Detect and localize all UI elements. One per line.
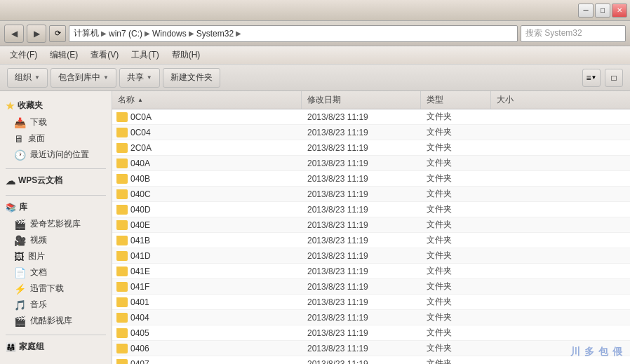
preview-button[interactable]: □ [605,69,623,87]
file-name: 0401 [130,297,149,307]
sidebar-item-iqiyi[interactable]: 🎬 爱奇艺影视库 [0,216,112,232]
file-date-cell: 2013/8/23 11:19 [302,174,421,184]
file-name-cell: 0406 [112,344,302,353]
new-folder-button[interactable]: 新建文件夹 [163,68,220,88]
table-row[interactable]: 040C 2013/8/23 11:19 文件夹 [112,187,630,202]
table-row[interactable]: 0C04 2013/8/23 11:19 文件夹 [112,125,630,140]
menu-view[interactable]: 查看(V) [85,48,124,62]
table-row[interactable]: 041E 2013/8/23 11:19 文件夹 [112,264,630,279]
col-header-name[interactable]: 名称 ▲ [112,91,302,109]
sidebar-divider-1 [6,168,106,169]
menu-tools[interactable]: 工具(T) [126,48,164,62]
folder-icon [116,267,128,276]
sidebar-item-youku[interactable]: 🎬 优酷影视库 [0,313,112,329]
music-icon: 🎵 [14,299,26,311]
sidebar-item-pictures[interactable]: 🖼 图片 [0,248,112,264]
sidebar-library-header[interactable]: 📚 库 [0,198,112,216]
close-button[interactable]: ✕ [612,4,627,18]
file-date-cell: 2013/8/23 11:19 [302,159,421,168]
sidebar: ★ 收藏夹 📥 下载 🖥 桌面 🕐 最近访问的位置 ☁ WPS云文档 [0,91,112,364]
path-item-system32[interactable]: System32 [196,29,234,39]
desktop-icon: 🖥 [14,133,24,144]
library-icon: 📚 [6,203,16,213]
sidebar-item-recent[interactable]: 🕐 最近访问的位置 [0,147,112,163]
col-header-size[interactable]: 大小 [491,91,630,109]
table-row[interactable]: 040D 2013/8/23 11:19 文件夹 [112,202,630,217]
table-row[interactable]: 040E 2013/8/23 11:19 文件夹 [112,217,630,233]
col-header-type[interactable]: 类型 [421,91,491,109]
file-name: 041D [130,251,151,261]
forward-button[interactable]: ▶ [27,25,46,43]
table-row[interactable]: 041F 2013/8/23 11:19 文件夹 [112,279,630,295]
file-date-cell: 2013/8/23 11:19 [302,128,421,137]
sidebar-homegroup-header[interactable]: 👨‍👩‍👧 家庭组 [0,338,112,356]
table-row[interactable]: 040B 2013/8/23 11:19 文件夹 [112,171,630,187]
table-row[interactable]: 040A 2013/8/23 11:19 文件夹 [112,156,630,171]
sidebar-favorites-header[interactable]: ★ 收藏夹 [0,97,112,114]
sidebar-item-music[interactable]: 🎵 音乐 [0,297,112,313]
sidebar-item-thunder[interactable]: ⚡ 迅雷下载 [0,281,112,297]
file-area: 名称 ▲ 修改日期 类型 大小 0C0A 2013/8/23 11:19 文件夹 [112,91,630,364]
include-button[interactable]: 包含到库中 ▼ [51,68,116,88]
sidebar-item-desktop[interactable]: 🖥 桌面 [0,130,112,147]
folder-icon [116,359,128,365]
file-name: 0404 [130,313,149,323]
recent-icon: 🕐 [14,149,26,161]
file-name-cell: 0C0A [112,112,302,122]
table-row[interactable]: 041D 2013/8/23 11:19 文件夹 [112,248,630,264]
back-button[interactable]: ◀ [4,25,24,43]
file-name: 0406 [130,344,149,353]
table-row[interactable]: 0406 2013/8/23 11:19 文件夹 [112,341,630,356]
file-type-cell: 文件夹 [421,342,491,354]
sidebar-library-section: 📚 库 🎬 爱奇艺影视库 🎥 视频 🖼 图片 📄 文档 ⚡ 迅雷下载 [0,198,112,329]
search-box[interactable]: 搜索 System32 [521,25,626,42]
table-row[interactable]: 0401 2013/8/23 11:19 文件夹 [112,295,630,310]
address-path[interactable]: 计算机 ▶ win7 (C:) ▶ Windows ▶ System32 ▶ [69,25,518,42]
file-date-cell: 2013/8/23 11:19 [302,236,421,245]
file-name: 041F [130,282,149,292]
path-separator: ▶ [101,29,107,37]
sidebar-pictures-label: 图片 [28,250,45,262]
table-row[interactable]: 0407 2013/8/23 11:19 文件夹 [112,356,630,364]
file-date-cell: 2013/8/23 11:19 [302,359,421,365]
path-item-drive[interactable]: win7 (C:) [109,29,142,39]
iqiyi-icon: 🎬 [14,219,26,230]
sidebar-library-label: 库 [19,201,27,213]
refresh-button[interactable]: ⟳ [49,25,66,42]
menu-help[interactable]: 帮助(H) [166,48,206,62]
maximize-button[interactable]: □ [595,4,610,18]
sidebar-item-documents[interactable]: 📄 文档 [0,264,112,281]
youku-icon: 🎬 [14,316,26,327]
table-row[interactable]: 0405 2013/8/23 11:19 文件夹 [112,325,630,341]
menu-file[interactable]: 文件(F) [4,48,43,62]
share-button[interactable]: 共享 ▼ [119,68,160,88]
file-name: 041E [130,267,150,276]
documents-icon: 📄 [14,267,26,278]
file-name: 040A [130,159,150,168]
homegroup-icon: 👨‍👩‍👧 [6,342,16,352]
file-type-cell: 文件夹 [421,219,491,231]
file-type-cell: 文件夹 [421,126,491,138]
path-item-windows[interactable]: Windows [152,29,187,39]
folder-icon [116,344,128,353]
table-row[interactable]: 041B 2013/8/23 11:19 文件夹 [112,233,630,248]
table-row[interactable]: 2C0A 2013/8/23 11:19 文件夹 [112,140,630,156]
share-arrow-icon: ▼ [147,74,152,81]
sidebar-homegroup-label: 家庭组 [19,341,44,353]
sort-arrow-icon: ▲ [138,97,143,103]
sidebar-wps-header[interactable]: ☁ WPS云文档 [0,172,112,189]
organize-button[interactable]: 组织 ▼ [7,68,48,88]
file-name-cell: 040C [112,189,302,199]
col-header-date[interactable]: 修改日期 [302,91,421,109]
table-row[interactable]: 0C0A 2013/8/23 11:19 文件夹 [112,109,630,125]
minimize-button[interactable]: ─ [578,4,594,18]
file-date-cell: 2013/8/23 11:19 [302,205,421,215]
sidebar-item-download[interactable]: 📥 下载 [0,114,112,130]
menu-edit[interactable]: 编辑(E) [44,48,83,62]
table-row[interactable]: 0404 2013/8/23 11:19 文件夹 [112,310,630,325]
file-name: 040E [130,220,150,230]
view-button[interactable]: ≡ ▼ [582,69,601,87]
include-arrow-icon: ▼ [103,74,109,81]
sidebar-item-video[interactable]: 🎥 视频 [0,232,112,248]
path-item-computer[interactable]: 计算机 [74,27,99,39]
